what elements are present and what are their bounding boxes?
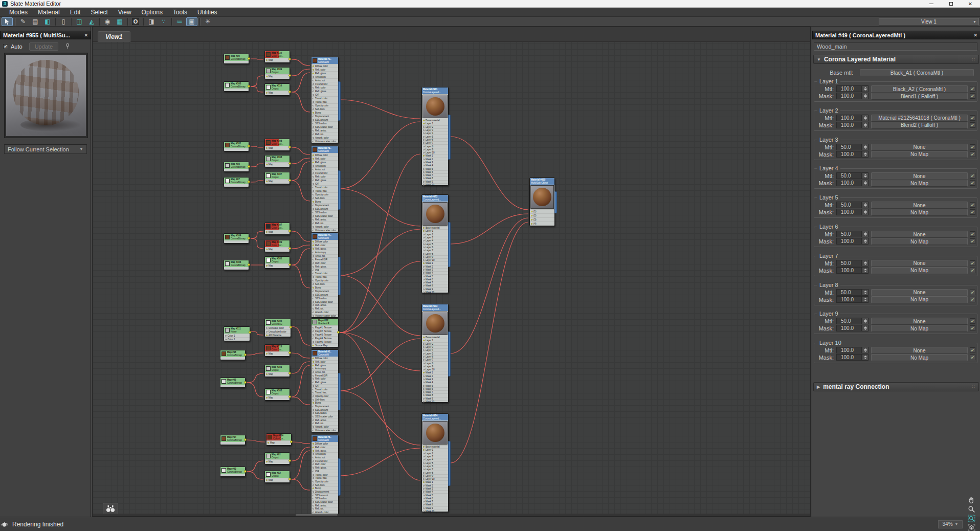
mask-value-field[interactable]: 100.0 [836,180,862,186]
slot-socket[interactable] [313,219,314,220]
slot-socket[interactable] [313,112,314,114]
slot-socket[interactable] [423,129,425,131]
mtl-slot-button[interactable]: None [871,202,968,209]
output-socket[interactable] [248,263,250,266]
slot-socket[interactable] [313,270,314,271]
graph-node-bcc[interactable]: Map #108Color Cor...Map [264,139,290,151]
slot-socket[interactable] [313,262,314,264]
slot-socket[interactable] [313,205,314,206]
output-socket[interactable] [244,381,247,384]
slot-socket[interactable] [313,252,314,253]
graph-node-l1[interactable]: Material #971CoronaLayered...Base materi… [421,87,449,186]
spinner-down-icon[interactable] [864,328,867,330]
mask-slot-button[interactable]: Blend1 ( Falloff ) [871,93,968,100]
slot-socket[interactable] [266,353,268,355]
graph-node-noise[interactable]: Map #111NoiseColor 1Color 2 [224,326,250,341]
mask-enable-checkbox[interactable]: ✔ [970,355,975,360]
slot-socket[interactable] [423,466,425,467]
slot-socket[interactable] [266,397,268,399]
mtl-spinner[interactable] [862,85,868,92]
spinner-up-icon[interactable] [864,298,867,299]
slot-socket[interactable] [423,230,425,232]
slot-socket[interactable] [266,147,268,149]
mtl-enable-checkbox[interactable]: ✔ [970,231,975,237]
slot-socket[interactable] [313,484,314,486]
slot-socket[interactable] [313,119,314,121]
slot-socket[interactable] [423,282,425,283]
slot-socket[interactable] [423,495,425,496]
slot-socket[interactable] [266,249,268,250]
slot-socket[interactable] [266,479,268,481]
slot-socket[interactable] [225,339,227,340]
mental-ray-rollout[interactable]: ▶ mental ray Connection ∷ [813,382,979,391]
slot-socket[interactable] [313,98,314,99]
mask-spinner[interactable] [862,93,868,99]
slot-socket[interactable] [423,366,425,367]
slot-socket[interactable] [423,379,425,380]
mask-enable-checkbox[interactable]: ✔ [970,238,975,244]
slot-socket[interactable] [313,301,314,303]
slot-socket[interactable] [423,237,425,238]
slot-socket[interactable] [423,449,425,451]
mtl-spinner[interactable] [862,231,868,237]
slot-socket[interactable] [423,269,425,271]
mask-slot-button[interactable]: No Map [871,238,968,245]
slot-socket[interactable] [423,359,425,361]
slot-socket[interactable] [423,162,425,163]
mtl-spinner[interactable] [862,318,868,324]
spinner-down-icon[interactable] [864,300,867,301]
slot-socket[interactable] [313,241,314,242]
slot-socket[interactable] [313,223,314,224]
spinner-up-icon[interactable] [864,356,867,357]
slot-socket[interactable] [266,331,268,333]
slot-socket[interactable] [423,123,425,124]
output-socket[interactable] [244,470,247,473]
mask-spinner[interactable] [862,325,868,331]
node-view-canvas[interactable]: View1 Map #99CoronaBitmapMap #100CoronaB… [92,27,811,517]
menu-options[interactable]: Options [137,9,168,16]
material-name-field[interactable]: Wood_main [814,42,977,51]
slot-socket[interactable] [423,401,425,403]
spinner-up-icon[interactable] [864,152,867,154]
pin-icon[interactable] [65,42,70,51]
spinner-down-icon[interactable] [864,154,867,156]
slot-socket[interactable] [423,462,425,464]
slot-socket[interactable] [313,255,314,257]
slot-socket[interactable] [313,208,314,210]
spinner-down-icon[interactable] [864,234,867,236]
slot-socket[interactable] [313,197,314,199]
mtl-slot-button[interactable]: None [871,347,968,354]
show-shaded-material-in-viewport-button[interactable]: O [130,17,141,26]
slot-socket[interactable] [423,285,425,286]
slot-socket[interactable] [313,474,314,476]
mtl-enable-checkbox[interactable]: ✔ [970,202,975,208]
slot-socket[interactable] [313,123,314,124]
spinner-up-icon[interactable] [864,291,867,292]
slot-socket[interactable] [313,172,314,174]
spinner-down-icon[interactable] [864,183,867,185]
graph-node-ccc2[interactable]: Map #109Color Cor...Map [264,240,290,252]
graph-node-grad[interactable]: Map #112Gradient R...Flag #1: TextureFla… [311,318,339,347]
slot-socket[interactable] [423,349,425,351]
slot-socket[interactable] [423,276,425,277]
spinner-down-icon[interactable] [864,96,867,98]
slot-socket[interactable] [423,159,425,160]
slot-socket[interactable] [423,472,425,474]
mask-slot-button[interactable]: No Map [871,296,968,303]
slot-socket[interactable] [423,279,425,280]
slot-socket[interactable] [313,505,314,506]
slot-socket[interactable] [313,304,314,306]
spinner-up-icon[interactable] [864,261,867,263]
close-button[interactable]: ✕ [961,0,980,7]
mask-slot-button[interactable]: No Map [871,209,968,216]
slot-socket[interactable] [313,291,314,292]
slot-socket[interactable] [266,335,268,336]
slot-socket[interactable] [423,507,425,509]
slot-socket[interactable] [313,341,314,343]
slot-socket[interactable] [423,149,425,150]
slot-socket[interactable] [313,375,314,377]
slot-socket[interactable] [313,158,314,160]
slot-socket[interactable] [313,83,314,85]
slot-socket[interactable] [313,183,314,185]
mask-enable-checkbox[interactable]: ✔ [970,209,975,215]
